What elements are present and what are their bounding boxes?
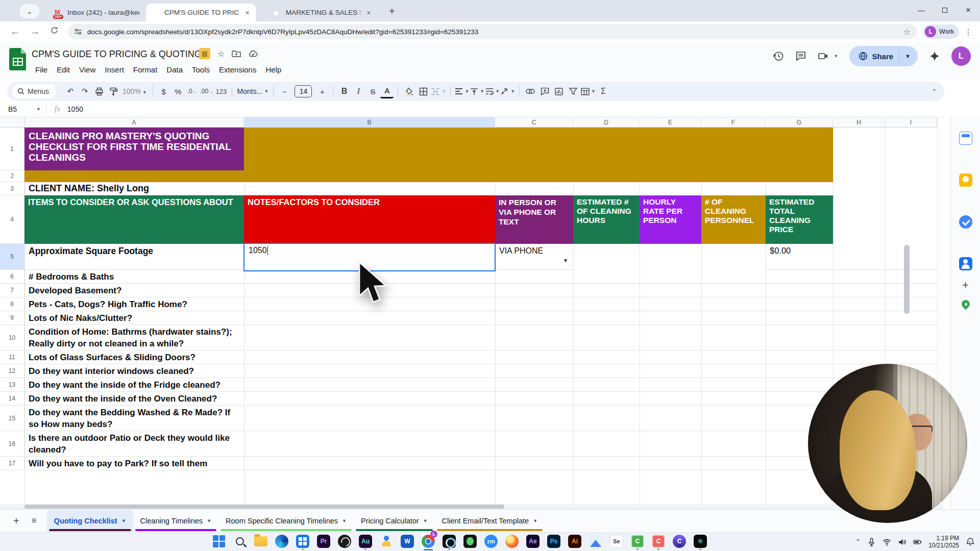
share-dropdown-icon[interactable]: ▼	[901, 53, 915, 59]
comments-icon[interactable]	[795, 51, 806, 62]
back-icon[interactable]: ←	[10, 26, 20, 37]
column-header-G[interactable]: G	[766, 117, 833, 128]
document-title[interactable]: CPM'S GUIDE TO PRICING & QUOTING	[32, 49, 202, 60]
firefox-icon[interactable]	[505, 534, 519, 548]
dropdown-arrow-icon[interactable]: ▼	[563, 255, 568, 266]
decrease-font-size-icon[interactable]: −	[278, 84, 291, 98]
sheet-tab[interactable]: Pricing Calculator ▼	[354, 510, 435, 533]
sheet-tab-menu-icon[interactable]: ▼	[533, 518, 537, 523]
camtasia-red-icon[interactable]: C	[651, 534, 666, 548]
column-header-B[interactable]: B	[244, 117, 495, 128]
cell-A3-client-name[interactable]: CLIENT NAME: Shelly Long	[24, 182, 494, 195]
insert-comment-icon[interactable]	[538, 84, 551, 98]
new-tab-button[interactable]: +	[389, 6, 395, 17]
maximize-button[interactable]	[933, 6, 957, 14]
row-label-cell[interactable]: Lots of Nic Naks/Clutter?	[24, 311, 244, 324]
notifications-bell-icon[interactable]: z	[966, 537, 975, 546]
row-header-3[interactable]: 3	[0, 182, 24, 195]
zoom-control[interactable]: 100%▼	[122, 87, 147, 95]
row-header[interactable]: 8	[0, 297, 24, 311]
column-header-C[interactable]: C	[495, 117, 573, 128]
menu-item[interactable]: View	[75, 63, 100, 76]
table-row[interactable]: 10 Condition of Home: Bathrms (hardwater…	[0, 325, 937, 350]
camtasia-green-icon[interactable]: C	[630, 534, 645, 548]
goto-icon[interactable]	[442, 534, 456, 548]
row-header[interactable]: 15	[0, 406, 24, 431]
increase-font-size-icon[interactable]: +	[315, 84, 329, 98]
cell-A1-title[interactable]: CLEANING PRO MASTERY'S QUOTING CHECKLIST…	[24, 128, 244, 170]
spreadsheet-grid[interactable]: A B C D E F G H I 1 CLEANING PRO MASTERY…	[0, 117, 943, 504]
row-header[interactable]: 16	[0, 431, 24, 456]
table-row[interactable]: 12 Do they want interior windows cleaned…	[0, 364, 937, 378]
reload-icon[interactable]	[50, 26, 59, 37]
table-row[interactable]: 11 Lots of Glass Surfaces & Sliding Door…	[0, 350, 937, 364]
start-button[interactable]	[212, 534, 226, 548]
sheet-tab[interactable]: Room Specific Cleaning Timelines ▼	[218, 510, 354, 533]
functions-icon[interactable]: Σ	[597, 84, 610, 98]
row-header[interactable]: 6	[0, 270, 24, 283]
merge-cells-icon[interactable]: ▼	[431, 84, 446, 98]
cell-H5-I5[interactable]	[833, 244, 937, 270]
menu-item[interactable]: Tools	[187, 63, 214, 76]
row-label-cell[interactable]: Developed Basement?	[24, 284, 244, 297]
currency-format-icon[interactable]: $	[157, 84, 170, 98]
name-box-dropdown-icon[interactable]: ▼	[36, 107, 41, 112]
vertical-align-icon[interactable]: ▼	[470, 84, 484, 98]
url-bar[interactable]: docs.google.com/spreadsheets/d/13OXpf2sy…	[68, 24, 917, 39]
file-explorer-icon[interactable]	[254, 534, 268, 548]
print-icon[interactable]	[92, 84, 106, 98]
account-avatar[interactable]: L	[951, 46, 971, 66]
keep-icon[interactable]	[959, 173, 972, 187]
row-header[interactable]: 9	[0, 311, 24, 324]
zoom-icon[interactable]: zm	[484, 534, 498, 548]
borders-icon[interactable]	[416, 84, 430, 98]
row-label-cell[interactable]: Do they want the inside of the Fridge cl…	[24, 378, 244, 391]
row-header-4[interactable]: 4	[0, 195, 24, 244]
font-selector[interactable]: Monts...▼	[236, 84, 269, 98]
row-label-cell[interactable]: Is there an outdoor Patio or Deck they w…	[24, 431, 244, 456]
column-header-D[interactable]: D	[573, 117, 640, 128]
row-2-gold-band[interactable]	[24, 170, 833, 182]
row-label-cell[interactable]: Lots of Glass Surfaces & Sliding Doors?	[24, 350, 244, 364]
bold-icon[interactable]: B	[337, 84, 351, 98]
gemini-icon[interactable]	[929, 51, 940, 62]
menu-item[interactable]: File	[31, 63, 52, 76]
column-header-F[interactable]: F	[701, 117, 766, 128]
horizontal-scrollbar[interactable]	[0, 504, 943, 509]
cell-G5-price[interactable]: $0.00	[766, 244, 833, 270]
site-settings-icon[interactable]	[74, 28, 82, 36]
sheet-tab-menu-icon[interactable]: ▼	[342, 518, 347, 523]
row-label-cell[interactable]: Do they want the inside of the Oven Clea…	[24, 392, 244, 405]
row-label-cell[interactable]: Do they want the Bedding Washed & Re Mad…	[24, 406, 244, 431]
tab-close-icon[interactable]: ×	[244, 8, 251, 17]
tasks-icon[interactable]	[959, 215, 972, 229]
row-header[interactable]: 17	[0, 457, 24, 470]
table-views-icon[interactable]: ▼	[581, 84, 596, 98]
row-label-cell[interactable]: Condition of Home: Bathrms (hardwater st…	[24, 325, 244, 350]
taskbar-clock[interactable]: 1:19 PM 10/21/2025	[928, 535, 959, 549]
column-header-A[interactable]: A	[24, 117, 244, 128]
table-row[interactable]: 14 Do they want the inside of the Oven C…	[0, 392, 937, 406]
browser-tab-marketing[interactable]: MARKETING & SALES STRATE ×	[267, 4, 377, 21]
word-icon[interactable]: W	[400, 534, 414, 548]
insert-link-icon[interactable]	[524, 84, 537, 98]
table-row[interactable]: 15 Do they want the Bedding Washed & Re …	[0, 406, 937, 431]
formula-input[interactable]: 1050	[67, 105, 83, 113]
green-oval-app-icon[interactable]	[463, 534, 477, 548]
sheet-tab[interactable]: Quoting Checklist ▼	[47, 510, 133, 533]
sheet-tab[interactable]: Cleaning Timelines ▼	[133, 510, 218, 533]
add-sheet-icon[interactable]: +	[13, 515, 19, 527]
illustrator-icon[interactable]: Ai	[568, 534, 582, 548]
name-box[interactable]: B5 ▼	[0, 105, 46, 113]
microsoft-store-icon[interactable]	[296, 534, 310, 548]
contacts-icon[interactable]	[959, 257, 972, 270]
table-row[interactable]: 17 Will you have to pay to Park? If so t…	[0, 457, 937, 470]
menu-item[interactable]: Insert	[100, 63, 129, 76]
cell-D4-header[interactable]: ESTIMATED # OF CLEANING HOURS	[573, 195, 640, 244]
sheet-tab[interactable]: Client Email/Text Template ▼	[435, 510, 545, 533]
sheet-tab-menu-icon[interactable]: ▼	[121, 518, 126, 523]
tray-expand-icon[interactable]: ⌃	[855, 538, 861, 545]
cell-B4-header[interactable]: NOTES/FACTORS TO CONSIDER	[244, 195, 495, 244]
sheet-tab-menu-icon[interactable]: ▼	[207, 518, 211, 523]
after-effects-icon[interactable]: Ae	[526, 534, 540, 548]
